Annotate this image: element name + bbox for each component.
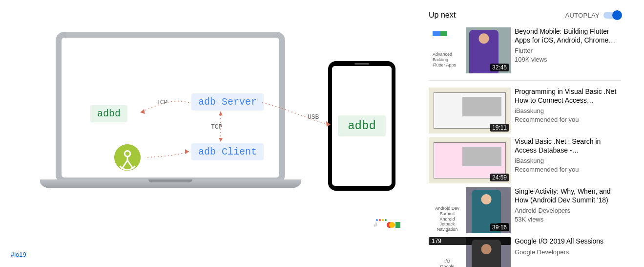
thumb-caption: I/O Google Keynote: [433, 259, 462, 267]
adb-server-label: adb Server: [191, 93, 264, 111]
video-title: Programming in Visual Basic .Net How to …: [515, 88, 621, 105]
laptop-illustration: [40, 32, 301, 200]
usb-label: USB: [308, 113, 319, 121]
video-thumbnail: I/O Google Keynote 179: [429, 237, 511, 267]
channel-name: iBasskung: [515, 107, 621, 115]
channel-name: Flutter: [515, 46, 621, 55]
upnext-heading: Up next: [429, 11, 456, 20]
phone-illustration: adbd: [328, 61, 395, 191]
autoplay-toggle[interactable]: [603, 12, 621, 19]
svg-point-8: [376, 219, 378, 221]
svg-point-14: [389, 222, 395, 228]
sidebar: Up next AUTOPLAY Advanced Building Flutt…: [429, 0, 625, 267]
thumb-caption: Android Dev Summit Android Jetpack Navig…: [433, 206, 462, 232]
view-count: Recommended for you: [515, 165, 621, 174]
video-title: Beyond Mobile: Building Flutter Apps for…: [515, 27, 621, 44]
video-title: Visual Basic .Net : Search in Access Dat…: [515, 137, 621, 155]
video-thumbnail: 19:11: [429, 88, 511, 134]
video-thumbnail: 24:59: [429, 137, 511, 183]
recommendation-item[interactable]: 19:11 Programming in Visual Basic .Net H…: [429, 88, 621, 134]
adbd-phone-label: adbd: [338, 115, 386, 136]
autoplay-label: AUTOPLAY: [565, 12, 600, 19]
separator: [429, 80, 621, 81]
view-count: 109K views: [515, 55, 621, 64]
svg-point-1: [125, 151, 130, 156]
video-thumbnail: Android Dev Summit Android Jetpack Navig…: [429, 187, 511, 233]
recommendation-item[interactable]: Advanced Building Flutter Apps 32:45 Bey…: [429, 27, 621, 73]
adb-client-label: adb Client: [191, 143, 264, 160]
video-title: Google I/O 2019 All Sessions: [515, 237, 621, 246]
thumb-caption: Advanced Building Flutter Apps: [433, 52, 456, 67]
video-hashtag-link[interactable]: #io19: [11, 251, 429, 258]
duration-badge: 24:59: [490, 174, 509, 181]
svg-point-9: [379, 219, 381, 221]
google-io-corner-logo: #: [374, 218, 403, 228]
channel-name: Google Developers: [515, 248, 621, 257]
view-count: 53K views: [515, 215, 621, 224]
video-player[interactable]: adbd adbd adb Server adb Client TCP: [11, 0, 428, 245]
channel-name: Android Developers: [515, 206, 621, 215]
svg-text:#: #: [374, 222, 377, 228]
duration-badge: 19:11: [490, 124, 509, 132]
duration-badge: 32:45: [490, 64, 509, 71]
duration-badge: 39:16: [490, 223, 509, 231]
adbd-laptop-label: adbd: [90, 105, 127, 122]
svg-point-11: [385, 219, 387, 221]
recommendation-item[interactable]: I/O Google Keynote 179 Google I/O 2019 A…: [429, 237, 621, 267]
view-count: Recommended for you: [515, 115, 621, 124]
recommendation-item[interactable]: 24:59 Visual Basic .Net : Search in Acce…: [429, 137, 621, 183]
recommendation-item[interactable]: Android Dev Summit Android Jetpack Navig…: [429, 187, 621, 233]
channel-name: iBasskung: [515, 156, 621, 165]
video-thumbnail: Advanced Building Flutter Apps 32:45: [429, 27, 511, 73]
android-studio-icon: [113, 143, 142, 172]
video-title: Single Activity: Why, When, and How (And…: [515, 187, 621, 204]
svg-point-10: [382, 219, 384, 221]
